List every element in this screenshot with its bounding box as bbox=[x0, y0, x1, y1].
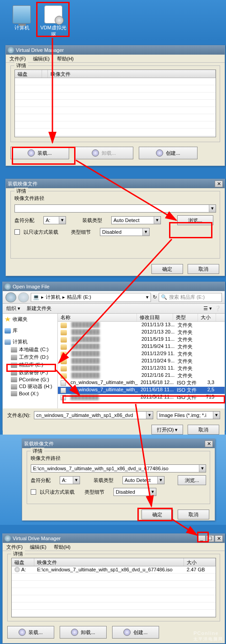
drive-table[interactable]: 磁盘 映像文件 大小 A: E:\cn_windows_7_ultimate_w… bbox=[11, 558, 216, 617]
cancel-button[interactable]: 取消 bbox=[188, 264, 219, 274]
menu-file[interactable]: 文件(F) bbox=[6, 55, 29, 62]
mount-button[interactable]: 装载... bbox=[7, 626, 54, 639]
search-input[interactable]: 🔍 搜索 精品库 (E:) bbox=[159, 293, 222, 302]
unmount-button[interactable]: 卸载... bbox=[60, 626, 107, 639]
type-combo[interactable]: Auto Detect▾ bbox=[122, 476, 165, 484]
cancel-button[interactable]: 取消 bbox=[188, 425, 219, 435]
list-item[interactable]: cn_windows_7_ultimate_with_sp1_x...2011/… bbox=[58, 387, 225, 394]
create-button[interactable]: 创建... bbox=[139, 147, 198, 159]
folder-icon bbox=[61, 359, 67, 364]
chevron-down-icon[interactable]: ▾ bbox=[73, 477, 80, 484]
titlebar[interactable]: Open Image File bbox=[3, 282, 225, 291]
readonly-checkbox[interactable] bbox=[14, 229, 20, 235]
drive-combo[interactable]: A:▾ bbox=[60, 476, 80, 484]
list-item[interactable]: ████████2012/1/16 21...文件夹 bbox=[58, 372, 225, 380]
unmount-button[interactable]: 卸载... bbox=[75, 147, 133, 159]
cancel-button[interactable]: 取消 bbox=[178, 510, 209, 519]
address-bar[interactable]: 💻 ▸ 计算机 ▸ 精品库 (E:) ▾ bbox=[31, 293, 151, 302]
filename-input[interactable]: cn_windows_7_ultimate_with_sp1_x86_dvd▾ bbox=[34, 411, 153, 419]
path-input[interactable]: E:\cn_windows_7_ultimate_with_sp1_x86_dv… bbox=[31, 464, 206, 473]
list-item[interactable]: ████████2011/12/31 11...文件夹 bbox=[58, 365, 225, 372]
col-name[interactable]: 名称 bbox=[58, 314, 137, 321]
chevron-down-icon[interactable]: ▾ bbox=[157, 477, 164, 484]
view-button[interactable]: ☰ ▾ bbox=[203, 306, 212, 311]
create-button[interactable]: 创建... bbox=[112, 626, 159, 639]
col-date[interactable]: 修改日期 bbox=[137, 314, 173, 321]
titlebar[interactable]: Virtual Drive Manager bbox=[6, 46, 225, 55]
col-type[interactable]: 类型 bbox=[173, 314, 198, 321]
chevron-down-icon[interactable]: ▾ bbox=[154, 217, 160, 224]
col-image[interactable]: 映像文件 bbox=[48, 70, 216, 78]
drive-table[interactable]: 磁盘 映像文件 bbox=[14, 69, 216, 137]
list-item[interactable]: ████████2011/10/24 9...文件夹 bbox=[58, 358, 225, 365]
titlebar[interactable]: Virtual Drive Manager _ ☐ ✕ bbox=[3, 534, 225, 543]
menu-file[interactable]: 文件(F) bbox=[3, 543, 26, 551]
organize-button[interactable]: 组织 ▾ bbox=[6, 305, 20, 312]
ok-button[interactable]: 确定 bbox=[151, 264, 183, 274]
tree-drive-c[interactable]: 本地磁盘 (C:) bbox=[4, 346, 56, 353]
back-button[interactable] bbox=[5, 292, 16, 302]
titlebar[interactable]: 装载映像文件 ✕ bbox=[22, 439, 215, 448]
ok-button[interactable]: 确定 bbox=[141, 510, 173, 519]
path-input[interactable]: ▾ bbox=[14, 204, 216, 213]
filename-label: 文件名(N): bbox=[7, 412, 30, 419]
col-disk[interactable]: 磁盘 bbox=[12, 558, 34, 566]
readonly-checkbox[interactable] bbox=[31, 489, 36, 495]
menu-help[interactable]: 帮助(H) bbox=[50, 543, 74, 551]
tree-favorites[interactable]: 收藏夹 bbox=[4, 315, 56, 323]
forward-button[interactable] bbox=[18, 292, 29, 302]
maximize-button[interactable]: ☐ bbox=[206, 535, 214, 542]
col-image[interactable]: 映像文件 bbox=[34, 558, 184, 566]
chevron-down-icon[interactable]: ▾ bbox=[142, 228, 149, 236]
close-button[interactable]: ✕ bbox=[215, 181, 223, 187]
menu-edit[interactable]: 编辑(E) bbox=[26, 543, 50, 551]
close-button[interactable]: ✕ bbox=[205, 440, 213, 447]
chevron-down-icon[interactable]: ▾ bbox=[149, 488, 156, 496]
browse-button[interactable]: 浏览... bbox=[178, 475, 206, 485]
col-disk[interactable]: 磁盘 bbox=[15, 70, 42, 78]
detail-combo[interactable]: Disabled▾ bbox=[113, 488, 156, 496]
tree-drive-x[interactable]: Boot (X:) bbox=[4, 390, 56, 397]
list-item[interactable]: ████████2011/11/3 13...文件夹 bbox=[58, 322, 225, 329]
open-button[interactable]: 打开(O) ▾ bbox=[151, 425, 183, 435]
folder-tree[interactable]: 收藏夹 库 计算机 本地磁盘 (C:) 工作文件 (D:) 精品库 (E:) 数… bbox=[3, 314, 58, 408]
tree-drive-d[interactable]: 工作文件 (D:) bbox=[4, 353, 56, 361]
titlebar[interactable]: 装载映像文件 ✕ bbox=[6, 179, 225, 188]
file-list[interactable]: 名称 修改日期 类型 大小 ████████2011/11/3 13...文件夹… bbox=[58, 314, 225, 408]
browse-button[interactable]: 浏览... bbox=[177, 215, 213, 225]
list-item[interactable]: ████████2011/5/12 11...ISO 文件715 bbox=[58, 394, 225, 401]
tree-drive-h[interactable]: CD 驱动器 (H:) bbox=[4, 383, 56, 390]
tree-drive-f[interactable]: 数据备份 (F:) bbox=[4, 369, 56, 376]
filter-combo[interactable]: Image Files (*.img; *.i▾ bbox=[157, 411, 220, 419]
computer-desktop-icon[interactable]: 计算机 bbox=[8, 5, 35, 31]
minimize-button[interactable]: _ bbox=[198, 535, 206, 542]
refresh-icon[interactable]: ↻ bbox=[153, 294, 157, 300]
chevron-down-icon[interactable]: ▾ bbox=[209, 205, 216, 212]
list-item[interactable]: ████████2011/9/24 11...文件夹 bbox=[58, 343, 225, 351]
detail-combo[interactable]: Disabled▾ bbox=[100, 228, 150, 236]
list-item[interactable]: ████████2011/5/19 11...文件夹 bbox=[58, 336, 225, 343]
tree-computer[interactable]: 计算机 bbox=[4, 338, 56, 346]
chevron-down-icon[interactable]: ▾ bbox=[59, 217, 66, 224]
list-item[interactable]: cn_windows_7_ultimate_with_sp1_x...2011/… bbox=[58, 380, 225, 387]
newfolder-button[interactable]: 新建文件夹 bbox=[27, 305, 52, 312]
col-size[interactable]: 大小 bbox=[184, 558, 216, 566]
col-size[interactable]: 大小 bbox=[198, 314, 216, 321]
chevron-down-icon[interactable]: ▾ bbox=[213, 412, 220, 419]
tree-drive-g[interactable]: PConline (G:) bbox=[4, 376, 56, 383]
vdm-desktop-icon[interactable]: VDM虚拟光驱 bbox=[40, 5, 67, 38]
table-row[interactable]: A: E:\cn_windows_7_ultimate_with_sp1_x86… bbox=[12, 566, 216, 574]
drive-combo[interactable]: A:▾ bbox=[43, 216, 66, 224]
tree-libraries[interactable]: 库 bbox=[4, 327, 56, 334]
list-item[interactable]: ████████2011/12/29 11...文件夹 bbox=[58, 351, 225, 358]
help-icon[interactable]: ❔ bbox=[215, 306, 221, 311]
menu-edit[interactable]: 编辑(E) bbox=[29, 55, 53, 62]
close-button[interactable]: ✕ bbox=[215, 535, 223, 542]
mount-button[interactable]: 装载... bbox=[10, 147, 69, 159]
chevron-down-icon[interactable]: ▾ bbox=[199, 465, 206, 472]
chevron-down-icon[interactable]: ▾ bbox=[146, 412, 153, 419]
tree-drive-e[interactable]: 精品库 (E:) bbox=[4, 361, 56, 369]
menu-help[interactable]: 帮助(H) bbox=[53, 55, 77, 62]
type-combo[interactable]: Auto Detect▾ bbox=[111, 216, 161, 224]
list-item[interactable]: ████████2012/1/13 20...文件夹 bbox=[58, 329, 225, 336]
